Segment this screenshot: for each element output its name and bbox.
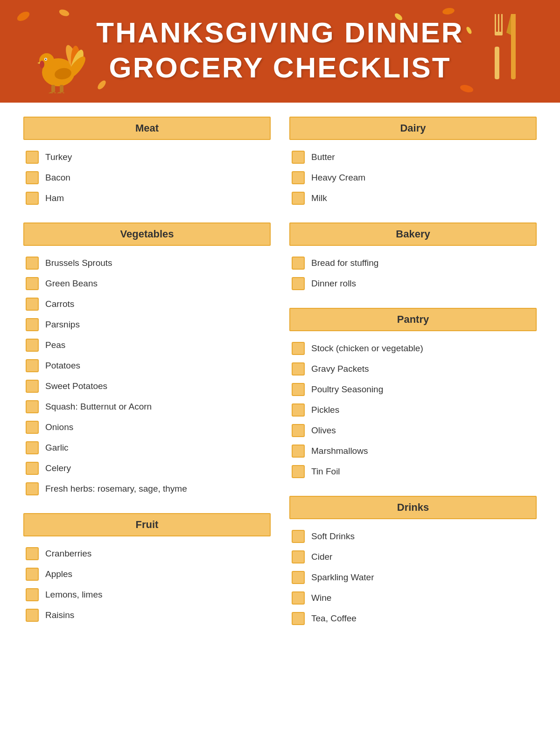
checkbox[interactable] bbox=[292, 383, 305, 396]
checkbox[interactable] bbox=[26, 298, 39, 311]
list-item[interactable]: Bacon bbox=[23, 167, 271, 188]
list-item[interactable]: Fresh herbs: rosemary, sage, thyme bbox=[23, 479, 271, 499]
checkbox[interactable] bbox=[292, 257, 305, 270]
list-item[interactable]: Gravy Packets bbox=[289, 359, 537, 379]
svg-point-11 bbox=[45, 59, 47, 60]
fruit-header: Fruit bbox=[23, 513, 271, 536]
checkbox[interactable] bbox=[26, 609, 39, 622]
vegetables-section: Vegetables Brussels Sprouts Green Beans … bbox=[23, 222, 271, 499]
checkbox[interactable] bbox=[26, 277, 39, 290]
checkbox[interactable] bbox=[26, 151, 39, 164]
list-item[interactable]: Dinner rolls bbox=[289, 273, 537, 294]
checkbox[interactable] bbox=[292, 571, 305, 584]
checkbox[interactable] bbox=[292, 151, 305, 164]
checkbox[interactable] bbox=[292, 342, 305, 355]
checkbox[interactable] bbox=[26, 568, 39, 581]
left-column: Meat Turkey Bacon Ham Vegetable bbox=[23, 117, 271, 643]
checkbox[interactable] bbox=[26, 359, 39, 372]
list-item[interactable]: Milk bbox=[289, 188, 537, 209]
checkbox[interactable] bbox=[292, 362, 305, 375]
content-grid: Meat Turkey Bacon Ham Vegetable bbox=[0, 103, 560, 661]
list-item[interactable]: Tea, Coffee bbox=[289, 608, 537, 629]
checkbox[interactable] bbox=[292, 445, 305, 458]
list-item[interactable]: Cider bbox=[289, 547, 537, 567]
svg-rect-29 bbox=[501, 14, 503, 33]
checkbox[interactable] bbox=[292, 612, 305, 625]
checkbox[interactable] bbox=[292, 591, 305, 605]
checkbox[interactable] bbox=[26, 339, 39, 352]
bakery-title: Bakery bbox=[300, 228, 526, 240]
fruit-title: Fruit bbox=[34, 519, 260, 531]
list-item[interactable]: Apples bbox=[23, 564, 271, 584]
dairy-section: Dairy Butter Heavy Cream Milk bbox=[289, 117, 537, 209]
list-item[interactable]: Green Beans bbox=[23, 273, 271, 294]
list-item[interactable]: Carrots bbox=[23, 294, 271, 314]
svg-point-12 bbox=[40, 61, 44, 68]
checkbox[interactable] bbox=[292, 277, 305, 290]
list-item[interactable]: Garlic bbox=[23, 438, 271, 458]
list-item[interactable]: Brussels Sprouts bbox=[23, 253, 271, 273]
list-item[interactable]: Onions bbox=[23, 417, 271, 438]
meat-list: Turkey Bacon Ham bbox=[23, 147, 271, 209]
checkbox[interactable] bbox=[292, 530, 305, 543]
checkbox[interactable] bbox=[292, 424, 305, 437]
list-item[interactable]: Bread for stuffing bbox=[289, 253, 537, 273]
list-item[interactable]: Squash: Butternut or Acorn bbox=[23, 396, 271, 417]
checkbox[interactable] bbox=[26, 462, 39, 475]
checkbox[interactable] bbox=[26, 400, 39, 413]
meat-header: Meat bbox=[23, 117, 271, 140]
list-item[interactable]: Parsnips bbox=[23, 314, 271, 335]
list-item[interactable]: Turkey bbox=[23, 147, 271, 167]
list-item[interactable]: Sweet Potatoes bbox=[23, 376, 271, 396]
checkbox[interactable] bbox=[26, 380, 39, 393]
list-item[interactable]: Olives bbox=[289, 420, 537, 441]
list-item[interactable]: Raisins bbox=[23, 605, 271, 626]
dairy-list: Butter Heavy Cream Milk bbox=[289, 147, 537, 209]
pantry-section: Pantry Stock (chicken or vegetable) Grav… bbox=[289, 308, 537, 482]
checkbox[interactable] bbox=[292, 465, 305, 478]
svg-marker-33 bbox=[506, 14, 511, 35]
list-item[interactable]: Soft Drinks bbox=[289, 526, 537, 547]
checkbox[interactable] bbox=[292, 171, 305, 184]
svg-marker-32 bbox=[511, 14, 516, 35]
meat-section: Meat Turkey Bacon Ham bbox=[23, 117, 271, 209]
drinks-section: Drinks Soft Drinks Cider Sparkling Water… bbox=[289, 496, 537, 629]
list-item[interactable]: Poultry Seasoning bbox=[289, 379, 537, 400]
page-header: THANKSGIVING DINNER GROCERY CHECKLIST bbox=[0, 0, 560, 103]
svg-point-0 bbox=[16, 10, 31, 23]
list-item[interactable]: Ham bbox=[23, 188, 271, 209]
list-item[interactable]: Cranberries bbox=[23, 543, 271, 564]
svg-rect-17 bbox=[51, 85, 55, 92]
list-item[interactable]: Heavy Cream bbox=[289, 167, 537, 188]
checkbox[interactable] bbox=[292, 550, 305, 563]
list-item[interactable]: Wine bbox=[289, 588, 537, 608]
checkbox[interactable] bbox=[26, 588, 39, 601]
checkbox[interactable] bbox=[26, 547, 39, 560]
fruit-list: Cranberries Apples Lemons, limes Raisins bbox=[23, 543, 271, 626]
checkbox[interactable] bbox=[26, 257, 39, 270]
meat-title: Meat bbox=[34, 122, 260, 134]
list-item[interactable]: Potatoes bbox=[23, 355, 271, 376]
checkbox[interactable] bbox=[26, 441, 39, 454]
checkbox[interactable] bbox=[26, 192, 39, 205]
list-item[interactable]: Marshmallows bbox=[289, 441, 537, 461]
checkbox[interactable] bbox=[26, 171, 39, 184]
checkbox[interactable] bbox=[26, 318, 39, 331]
cutlery-icon bbox=[485, 9, 532, 84]
list-item[interactable]: Lemons, limes bbox=[23, 584, 271, 605]
list-item[interactable]: Tin Foil bbox=[289, 461, 537, 482]
svg-line-21 bbox=[51, 92, 54, 93]
checkbox[interactable] bbox=[26, 482, 39, 495]
checkbox[interactable] bbox=[292, 192, 305, 205]
list-item[interactable]: Stock (chicken or vegetable) bbox=[289, 338, 537, 359]
list-item[interactable]: Celery bbox=[23, 458, 271, 479]
list-item[interactable]: Peas bbox=[23, 335, 271, 355]
pantry-header: Pantry bbox=[289, 308, 537, 331]
list-item[interactable]: Sparkling Water bbox=[289, 567, 537, 588]
list-item[interactable]: Pickles bbox=[289, 400, 537, 420]
fruit-section: Fruit Cranberries Apples Lemons, limes R… bbox=[23, 513, 271, 626]
list-item[interactable]: Butter bbox=[289, 147, 537, 167]
checkbox[interactable] bbox=[292, 403, 305, 417]
svg-rect-26 bbox=[495, 47, 499, 79]
checkbox[interactable] bbox=[26, 421, 39, 434]
